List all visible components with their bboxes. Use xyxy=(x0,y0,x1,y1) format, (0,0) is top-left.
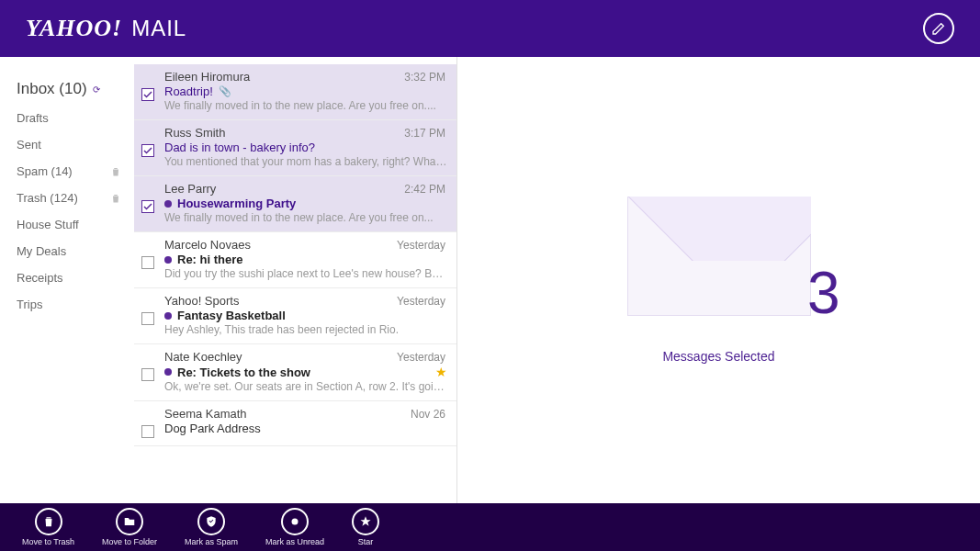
sidebar-folder[interactable]: Spam (14) xyxy=(0,158,134,185)
action-shield[interactable]: Mark as Spam xyxy=(185,508,238,546)
sidebar-folder[interactable]: Receipts xyxy=(0,264,134,291)
message-time: Yesterday xyxy=(397,239,447,252)
action-label: Move to Trash xyxy=(22,537,74,546)
trash-icon xyxy=(35,508,62,535)
message-row[interactable]: Eileen Hiromura3:32 PMRoadtrip!📎We final… xyxy=(134,64,456,120)
message-preview: You mentioned that your mom has a bakery… xyxy=(164,155,447,168)
message-preview: We finally moved in to the new place. Ar… xyxy=(164,211,447,224)
message-subject: Dad is in town - bakery info? xyxy=(164,141,315,154)
empty-folder-icon[interactable] xyxy=(110,192,121,205)
sidebar: Inbox (10)⟳DraftsSentSpam (14)Trash (124… xyxy=(0,57,134,503)
main-body: Inbox (10)⟳DraftsSentSpam (14)Trash (124… xyxy=(0,57,980,503)
message-row[interactable]: Lee Parry2:42 PMHousewarming PartyWe fin… xyxy=(134,176,456,232)
message-sender: Yahoo! Sports xyxy=(164,294,239,308)
message-subject: Re: Tickets to the show xyxy=(177,365,310,379)
sync-icon: ⟳ xyxy=(93,84,100,95)
message-sender: Russ Smith xyxy=(164,126,225,140)
message-time: 3:32 PM xyxy=(404,71,447,84)
message-subject: Housewarming Party xyxy=(177,197,296,210)
compose-button[interactable] xyxy=(923,13,954,44)
folder-label: Sent xyxy=(17,138,41,152)
message-row[interactable]: Russ Smith3:17 PMDad is in town - bakery… xyxy=(134,120,456,176)
action-label: Star xyxy=(358,537,374,546)
sidebar-folder[interactable]: Trash (124) xyxy=(0,185,134,211)
message-row[interactable]: Seema KamathNov 26Dog Park Address xyxy=(134,401,456,446)
message-time: Nov 26 xyxy=(411,408,447,421)
action-trash[interactable]: Move to Trash xyxy=(22,508,74,546)
star-icon[interactable]: ★ xyxy=(435,365,447,379)
message-preview: Ok, we're set. Our seats are in Section … xyxy=(164,380,447,393)
sidebar-folder[interactable]: House Stuff xyxy=(0,211,134,238)
dot-icon xyxy=(281,508,309,535)
action-star[interactable]: Star xyxy=(352,508,379,546)
folder-icon xyxy=(116,508,143,535)
logo-sub: MAIL xyxy=(131,16,186,41)
message-checkbox[interactable] xyxy=(141,144,154,157)
message-sender: Nate Koechley xyxy=(164,350,242,364)
envelope-illustration: 3 xyxy=(627,197,811,316)
selection-label: Messages Selected xyxy=(662,349,774,364)
message-row[interactable]: Yahoo! SportsYesterdayFantasy Basketball… xyxy=(134,288,456,344)
sidebar-folder[interactable]: Drafts xyxy=(0,105,134,131)
folder-label: Trash (124) xyxy=(17,191,78,205)
message-preview: Did you try the sushi place next to Lee'… xyxy=(164,267,447,280)
message-sender: Seema Kamath xyxy=(164,407,247,421)
sidebar-folder[interactable]: Sent xyxy=(0,131,134,158)
message-subject: Roadtrip! xyxy=(164,84,213,98)
message-checkbox[interactable] xyxy=(141,88,154,101)
selection-count: 3 xyxy=(807,259,840,327)
unread-dot-icon xyxy=(164,368,172,376)
message-subject: Re: hi there xyxy=(177,253,243,266)
message-checkbox[interactable] xyxy=(141,312,154,325)
folder-label: Inbox (10) xyxy=(17,80,87,98)
empty-folder-icon[interactable] xyxy=(110,165,121,178)
sidebar-folder[interactable]: My Deals xyxy=(0,238,134,264)
shield-icon xyxy=(197,508,225,535)
app-header: YAHOO! MAIL xyxy=(0,0,980,57)
svg-point-0 xyxy=(292,519,299,525)
message-checkbox[interactable] xyxy=(141,425,154,438)
message-list[interactable]: Eileen Hiromura3:32 PMRoadtrip!📎We final… xyxy=(134,57,457,503)
message-time: Yesterday xyxy=(397,295,447,308)
message-checkbox[interactable] xyxy=(141,368,154,381)
star-icon xyxy=(352,508,379,535)
folder-label: Drafts xyxy=(17,111,49,125)
message-subject: Dog Park Address xyxy=(164,422,261,435)
action-bar: Move to TrashMove to FolderMark as SpamM… xyxy=(0,503,980,551)
message-sender: Eileen Hiromura xyxy=(164,70,250,84)
folder-label: House Stuff xyxy=(17,218,79,231)
sidebar-folder[interactable]: Inbox (10)⟳ xyxy=(0,73,134,105)
message-sender: Marcelo Novaes xyxy=(164,238,251,252)
unread-dot-icon xyxy=(164,312,172,320)
message-preview: Hey Ashley, This trade has been rejected… xyxy=(164,323,447,336)
message-sender: Lee Parry xyxy=(164,182,216,196)
message-checkbox[interactable] xyxy=(141,256,154,269)
message-row[interactable]: Marcelo NovaesYesterdayRe: hi thereDid y… xyxy=(134,232,456,288)
folder-label: Spam (14) xyxy=(17,164,73,178)
logo: YAHOO! MAIL xyxy=(26,15,186,42)
sidebar-folder[interactable]: Trips xyxy=(0,291,134,318)
action-dot[interactable]: Mark as Unread xyxy=(265,508,324,546)
message-subject: Fantasy Basketball xyxy=(177,309,286,322)
message-checkbox[interactable] xyxy=(141,200,154,213)
reading-pane: 3 Messages Selected xyxy=(457,57,980,503)
message-time: Yesterday xyxy=(397,351,447,364)
logo-main: YAHOO! xyxy=(26,15,122,42)
action-label: Move to Folder xyxy=(102,537,157,546)
message-preview: We finally moved in to the new place. Ar… xyxy=(164,99,447,112)
action-folder[interactable]: Move to Folder xyxy=(102,508,157,546)
folder-label: Receipts xyxy=(17,271,63,285)
action-label: Mark as Spam xyxy=(185,537,238,546)
folder-label: Trips xyxy=(17,298,42,311)
message-time: 2:42 PM xyxy=(404,183,447,196)
folder-label: My Deals xyxy=(17,244,66,258)
message-time: 3:17 PM xyxy=(404,127,447,140)
unread-dot-icon xyxy=(164,200,172,208)
message-row[interactable]: Nate KoechleyYesterdayRe: Tickets to the… xyxy=(134,344,456,401)
action-label: Mark as Unread xyxy=(265,537,324,546)
compose-icon xyxy=(931,21,946,36)
attachment-icon: 📎 xyxy=(219,85,231,97)
unread-dot-icon xyxy=(164,256,172,264)
